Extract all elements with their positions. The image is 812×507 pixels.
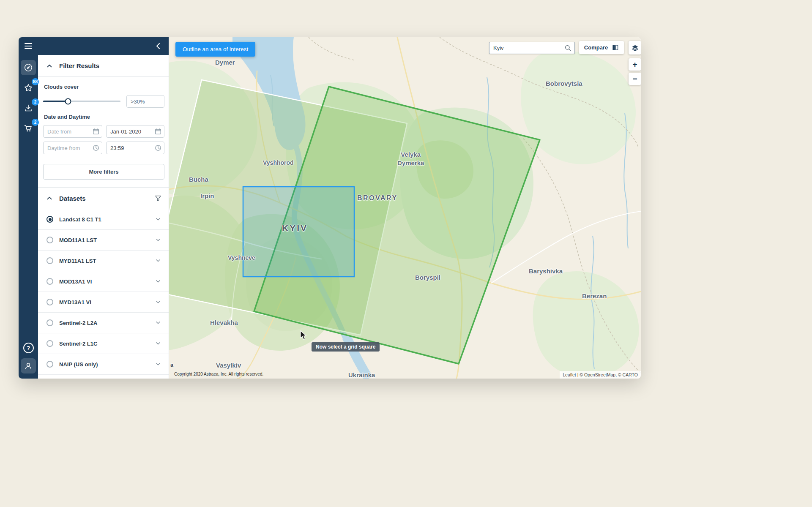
filter-results-header[interactable]: Filter Results (38, 55, 169, 77)
sidebar-item-favorites[interactable]: 88 (21, 80, 36, 95)
downloads-badge: 2 (32, 98, 39, 106)
date-row (43, 125, 164, 138)
zoom-out-button[interactable]: − (629, 73, 641, 85)
search-box[interactable] (489, 42, 575, 54)
copyright-text: Copyright 2020 Astraea, Inc. All rights … (174, 372, 263, 376)
datasets-title: Datasets (59, 195, 86, 202)
dataset-label: Sentinel-2 L1C (59, 341, 97, 347)
filter-panel: Filter Results Clouds cover Date and Day… (38, 37, 169, 379)
dataset-row[interactable]: MOD11A1 LST (38, 230, 169, 251)
chevron-down-icon[interactable] (154, 360, 162, 368)
cart-icon (24, 124, 33, 133)
dataset-radio[interactable] (46, 216, 53, 223)
grid-square-selection[interactable] (243, 187, 354, 277)
search-icon[interactable] (564, 44, 571, 52)
star-icon (24, 83, 33, 93)
filter-body: Clouds cover Date and Daytime (38, 77, 169, 187)
more-filters-button[interactable]: More filters (43, 164, 164, 180)
dataset-row[interactable]: NAIP (US only) (38, 354, 169, 375)
datasets-header[interactable]: Datasets (38, 187, 169, 209)
chevron-left-icon (154, 42, 162, 50)
dataset-row[interactable]: MYD13A1 VI (38, 292, 169, 313)
compare-button[interactable]: Compare (579, 41, 624, 54)
sidebar-bottom: ? (21, 343, 36, 373)
hamburger-icon (24, 43, 33, 49)
sidebar: 88 2 2 ? (19, 37, 38, 379)
person-icon (24, 361, 33, 371)
daytime-row (43, 142, 164, 154)
mouse-cursor (300, 330, 309, 341)
dataset-row[interactable]: MYD11A1 LST (38, 251, 169, 271)
calendar-icon[interactable] (92, 128, 100, 135)
chevron-down-icon[interactable] (154, 340, 162, 347)
dataset-label: MYD13A1 VI (59, 299, 91, 305)
dataset-row[interactable]: Sentinel-2 L2A (38, 313, 169, 333)
clock-icon[interactable] (154, 144, 162, 152)
dataset-label: Sentinel-2 L2A (59, 320, 97, 326)
dataset-label: Landsat 8 C1 T1 (59, 216, 101, 223)
collapse-panel-button[interactable] (154, 42, 162, 50)
clock-icon[interactable] (92, 144, 100, 152)
chevron-down-icon[interactable] (154, 236, 162, 244)
dataset-radio[interactable] (46, 299, 53, 305)
help-button[interactable]: ? (23, 343, 34, 353)
dataset-label: MYD11A1 LST (59, 258, 96, 264)
funnel-icon (154, 194, 162, 202)
clouds-slider[interactable] (43, 101, 120, 102)
sidebar-item-cart[interactable]: 2 (21, 121, 36, 136)
slider-fill (43, 101, 68, 102)
dataset-label: MOD13A1 VI (59, 278, 92, 285)
map-attribution[interactable]: Leaflet | © OpenStreetMap, © CARTO (560, 371, 641, 379)
calendar-icon[interactable] (154, 128, 162, 135)
chevron-down-icon[interactable] (154, 319, 162, 327)
layers-icon (631, 44, 639, 52)
account-button[interactable] (21, 358, 36, 373)
sidebar-header (19, 37, 38, 55)
outline-aoi-button[interactable]: Outline an area of interest (175, 42, 255, 57)
clouds-value-input[interactable] (126, 95, 164, 108)
chevron-up-icon[interactable] (46, 62, 53, 70)
favorites-badge: 88 (32, 78, 39, 85)
map-canvas[interactable] (169, 37, 641, 379)
compare-icon (612, 44, 619, 51)
menu-button[interactable] (24, 43, 33, 49)
dataset-row[interactable]: Landsat 8 C1 T1 (38, 209, 169, 230)
filter-results-title: Filter Results (59, 62, 99, 69)
dataset-row[interactable]: Sentinel-2 L1C (38, 333, 169, 354)
chevron-down-icon[interactable] (154, 215, 162, 223)
help-label: ? (27, 345, 30, 352)
dataset-list: Landsat 8 C1 T1 MOD11A1 LST MYD11A1 LST … (38, 209, 169, 375)
app-window: 88 2 2 ? (19, 37, 641, 379)
dataset-radio[interactable] (46, 257, 53, 264)
slider-knob[interactable] (65, 98, 71, 105)
compare-label: Compare (584, 44, 608, 51)
clouds-slider-row (43, 95, 164, 108)
dataset-radio[interactable] (46, 278, 53, 285)
download-icon (24, 104, 33, 113)
cart-badge: 2 (32, 119, 39, 126)
chevron-up-icon[interactable] (46, 194, 53, 202)
zoom-in-button[interactable]: + (629, 58, 641, 71)
sidebar-item-explore[interactable] (21, 60, 36, 75)
clouds-cover-label: Clouds cover (44, 84, 164, 90)
dataset-radio[interactable] (46, 361, 53, 368)
chevron-down-icon[interactable] (154, 278, 162, 285)
dataset-label: MOD11A1 LST (59, 237, 97, 243)
map-area[interactable]: DymerBobrovytsiaVyshhorodBuchaIrpinVelyk… (169, 37, 641, 379)
compass-icon (24, 63, 33, 72)
chevron-down-icon[interactable] (154, 298, 162, 306)
sidebar-item-downloads[interactable]: 2 (21, 101, 36, 116)
dataset-filter-button[interactable] (154, 194, 162, 202)
date-daytime-label: Date and Daytime (44, 114, 164, 120)
panel-header (38, 37, 169, 55)
search-input[interactable] (493, 45, 564, 51)
dataset-radio[interactable] (46, 237, 53, 243)
chevron-down-icon[interactable] (154, 257, 162, 264)
map-tooltip: Now select a grid square (312, 342, 380, 352)
layers-button[interactable] (629, 41, 641, 55)
dataset-label: NAIP (US only) (59, 361, 98, 368)
dataset-radio[interactable] (46, 319, 53, 326)
dataset-radio[interactable] (46, 340, 53, 347)
dataset-row[interactable]: MOD13A1 VI (38, 271, 169, 292)
